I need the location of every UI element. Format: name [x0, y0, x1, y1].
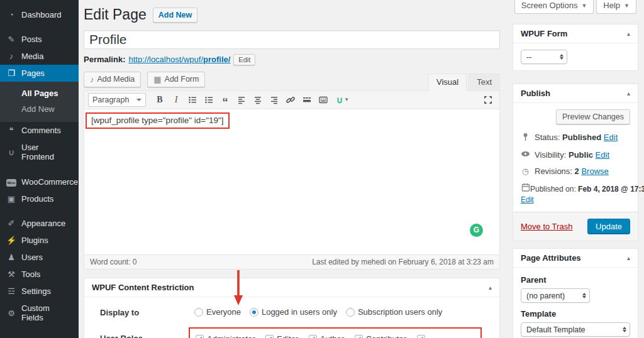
tab-text[interactable]: Text — [469, 74, 500, 91]
last-edited: Last edited by mehedi on February 6, 201… — [312, 258, 494, 266]
italic-button[interactable]: I — [169, 93, 184, 107]
page-attributes-header[interactable]: Page Attributes ▴ — [513, 249, 638, 268]
sidebar-item-tools[interactable]: ⚒ Tools — [0, 266, 79, 283]
read-more-button[interactable] — [299, 93, 314, 107]
update-button[interactable]: Update — [587, 219, 630, 234]
toggle-panel-icon[interactable]: ▴ — [627, 30, 630, 37]
keyboard-icon — [319, 95, 328, 104]
sidebar-item-dashboard[interactable]: ◔ Dashboard — [0, 6, 79, 23]
sidebar-item-products[interactable]: ▣ Products — [0, 190, 79, 207]
radio-button[interactable] — [346, 308, 355, 317]
checkbox-editor[interactable]: ✓Editor — [265, 334, 298, 338]
checkbox-contributor[interactable]: ✓Contributor — [355, 334, 406, 338]
sidebar-item-label: Posts — [21, 35, 42, 44]
eye-icon — [521, 150, 530, 160]
wpuf-form-select[interactable]: -- — [521, 50, 567, 64]
checkbox-administrator[interactable]: ✓Administrator — [196, 334, 255, 338]
add-new-button[interactable]: Add New — [153, 8, 197, 23]
toggle-panel-icon[interactable]: ▴ — [627, 90, 630, 97]
sidebar-item-add-new[interactable]: Add New — [0, 101, 79, 117]
media-icon: ♪ — [6, 52, 16, 61]
permalink-edit-button[interactable]: Edit — [233, 54, 255, 65]
paragraph-select[interactable]: Paragraph — [88, 93, 146, 107]
edit-visibility-link[interactable]: Edit — [596, 150, 609, 160]
revisions-row: ◷ Revisions: 2 Browse — [521, 166, 630, 176]
align-center-icon — [253, 95, 262, 104]
chevron-down-icon — [136, 99, 142, 104]
red-annotation-arrow — [233, 270, 244, 306]
pages-submenu: All Pages Add New — [0, 82, 79, 122]
screen-options-button[interactable]: Screen Options ▼ — [514, 0, 594, 14]
wpuf-shortcode-button[interactable]: ∪ ▼ — [332, 93, 353, 107]
stepper-icon — [582, 293, 586, 298]
align-left-button[interactable] — [234, 93, 249, 107]
check-icon: ✓ — [418, 333, 425, 338]
sidebar-item-woocommerce[interactable]: Woo WooCommerce — [0, 173, 79, 190]
toggle-panel-icon[interactable]: ▴ — [489, 284, 492, 291]
post-title-input[interactable] — [84, 30, 500, 49]
users-icon: ♟ — [6, 253, 16, 262]
sidebar-item-pages[interactable]: ❐ Pages — [0, 65, 79, 82]
fullscreen-button[interactable] — [480, 93, 496, 107]
wpuf-form-header[interactable]: WPUF Form ▴ — [513, 25, 638, 43]
sidebar-item-plugins[interactable]: ⚡ Plugins — [0, 232, 79, 249]
align-center-button[interactable] — [250, 93, 265, 107]
bulleted-list-button[interactable] — [185, 93, 200, 107]
template-select[interactable]: Default Template — [521, 322, 630, 337]
move-to-trash-link[interactable]: Move to Trash — [521, 222, 572, 231]
stepper-icon — [560, 54, 564, 60]
editor-content-area[interactable]: [wpuf_profile type="profile" id="19"] G — [84, 109, 499, 254]
word-count: Word count: 0 — [90, 258, 137, 266]
toggle-panel-icon[interactable]: ▴ — [627, 254, 630, 261]
blockquote-button[interactable]: “ — [218, 93, 233, 107]
edit-published-link[interactable]: Edit — [521, 195, 630, 204]
radio-logged-in-users-only[interactable]: Logged in users only — [250, 307, 337, 317]
sidebar-item-appearance[interactable]: ✐ Appearance — [0, 215, 79, 232]
sidebar-item-custom-fields[interactable]: ⚙ Custom Fields — [0, 300, 79, 326]
template-label: Template — [521, 309, 630, 319]
help-button[interactable]: Help ▼ — [596, 0, 636, 14]
sidebar-item-user-frontend[interactable]: ∪ User Frontend — [0, 139, 79, 165]
status-row: Status: Published Edit — [521, 133, 630, 143]
toolbar-toggle-button[interactable] — [316, 93, 331, 107]
align-right-button[interactable] — [267, 93, 282, 107]
screen-options-label: Screen Options — [521, 1, 578, 10]
content-restriction-header[interactable]: WPUF Content Restriction ▴ — [84, 278, 499, 297]
edit-status-link[interactable]: Edit — [604, 133, 618, 142]
published-on-row: Published on: Feb 4, 2018 @ 17:30 Edit — [521, 183, 630, 204]
sidebar-item-collapse-menu[interactable]: ◀ Collapse menu — [0, 335, 79, 338]
align-left-icon — [237, 95, 246, 104]
check-icon: ✓ — [266, 333, 273, 338]
sidebar-item-users[interactable]: ♟ Users — [0, 249, 79, 266]
link-button[interactable] — [283, 93, 298, 107]
radio-everyone[interactable]: Everyone — [194, 307, 241, 317]
grammarly-icon[interactable]: G — [470, 224, 483, 237]
sidebar-item-media[interactable]: ♪ Media — [0, 48, 79, 65]
metabox-title: Publish — [521, 89, 550, 98]
wpuf-form-metabox: WPUF Form ▴ -- — [513, 24, 638, 71]
sidebar-item-settings[interactable]: ☲ Settings — [0, 283, 79, 300]
bold-button[interactable]: B — [152, 93, 167, 107]
user-roles-annotation-box: ✓Administrator ✓Editor ✓Author ✓Contribu… — [189, 327, 482, 338]
sidebar-item-comments[interactable]: ❝ Comments — [0, 122, 79, 139]
parent-select[interactable]: (no parent) — [521, 288, 590, 303]
publish-header[interactable]: Publish ▴ — [513, 84, 638, 103]
editor-statusbar: Word count: 0 Last edited by mehedi on F… — [84, 254, 499, 269]
permalink-link[interactable]: http://localhost/wpuf/profile/ — [128, 55, 230, 64]
radio-button-selected[interactable] — [250, 308, 258, 317]
sidebar-item-posts[interactable]: ✎ Posts — [0, 31, 79, 48]
add-media-button[interactable]: ♪ Add Media — [84, 72, 141, 87]
preview-changes-button[interactable]: Preview Changes — [556, 109, 630, 124]
sidebar-item-label: WooCommerce — [21, 177, 78, 187]
browse-revisions-link[interactable]: Browse — [581, 166, 608, 176]
radio-button[interactable] — [194, 308, 203, 317]
add-form-button[interactable]: ▦ Add Form — [147, 72, 205, 87]
tab-visual[interactable]: Visual — [428, 74, 467, 91]
permalink-label: Permalink: — [84, 55, 125, 64]
radio-subscription-users-only[interactable]: Subscription users only — [346, 307, 442, 317]
user-roles-label: User Roles — [100, 327, 194, 338]
numbered-list-button[interactable] — [201, 93, 216, 107]
sidebar-item-all-pages[interactable]: All Pages — [0, 85, 79, 101]
checkbox-author[interactable]: ✓Author — [309, 334, 344, 338]
tools-icon: ⚒ — [6, 270, 16, 279]
